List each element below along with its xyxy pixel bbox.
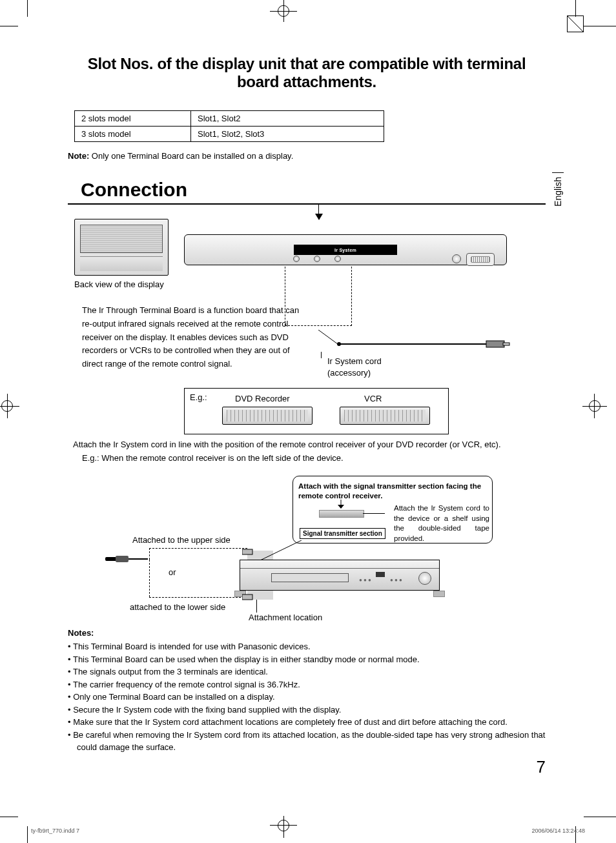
transmitter-small-icon: [242, 593, 255, 602]
vcr-illustration: [340, 407, 430, 425]
list-item: Make sure that the Ir System cord attach…: [68, 716, 546, 729]
arrow-down-icon: [315, 214, 323, 220]
divider: [68, 203, 546, 205]
cell: Slot1, Slot2: [191, 111, 384, 127]
note-line: Note: Only one Terminal Board can be ins…: [68, 151, 546, 161]
svg-rect-9: [242, 594, 252, 600]
section-heading: Connection: [68, 179, 546, 202]
svg-line-7: [259, 540, 302, 561]
list-item: The carrier frequency of the remote cont…: [68, 678, 546, 691]
device-label: DVD Recorder: [235, 394, 290, 403]
page-number: 7: [537, 757, 546, 777]
eg-label: E.g.:: [190, 392, 207, 402]
side-note: Attach the Ir System cord to the device …: [394, 503, 489, 543]
attachment-diagram: Attach with the signal transmitter secti…: [73, 471, 546, 623]
transmitter-small-icon: [242, 547, 255, 561]
callout-box: Attach with the signal transmitter secti…: [293, 476, 493, 543]
screw-icon: [452, 254, 461, 263]
display-back-illustration: [74, 219, 169, 276]
svg-marker-6: [338, 505, 344, 509]
callout-heading: Attach with the signal transmitter secti…: [298, 482, 487, 501]
note-label: Note:: [68, 151, 89, 161]
page-title: Slot Nos. of the display unit that are c…: [68, 55, 546, 91]
footer-left: ty-fb9rt_770.indd 7: [31, 828, 79, 834]
terminal-board-illustration: Ir System: [184, 234, 507, 265]
lower-label: attached to the lower side: [130, 602, 225, 612]
list-item: The signals output from the 3 terminals …: [68, 665, 546, 678]
attachment-location-label: Attachment location: [249, 613, 322, 622]
footer-right: 2006/06/14 13:24:48: [531, 828, 585, 834]
svg-rect-4: [503, 343, 509, 345]
svg-rect-8: [242, 549, 252, 554]
example-box: E.g.: DVD Recorder VCR: [184, 388, 449, 434]
upper-label: Attached to the upper side: [132, 535, 231, 545]
cord-illustration: [318, 330, 512, 349]
stand-icon: [433, 591, 445, 597]
device-front-illustration: ● ● ● ● ● ●: [240, 560, 440, 591]
terminal-jack-icon: [314, 256, 320, 262]
connection-diagram: Back view of the display Ir System Ir Sy…: [74, 215, 546, 434]
signal-transmitter-label: Signal transmitter section: [300, 528, 385, 539]
plug-illustration: [105, 556, 147, 562]
note-text: Only one Terminal Board can be installed…: [89, 151, 293, 161]
cell: 2 slots model: [75, 111, 191, 127]
attach-example: E.g.: When the remote control receiver i…: [82, 453, 546, 463]
ir-system-badge: Ir System: [294, 245, 397, 255]
slots-table: 2 slots model Slot1, Slot2 3 slots model…: [74, 110, 384, 142]
list-item: Be careful when removing the Ir System c…: [68, 729, 546, 754]
list-item: Only one Terminal Board can be installed…: [68, 691, 546, 704]
table-row: 2 slots model Slot1, Slot2: [75, 111, 384, 127]
terminal-jack-icon: [293, 256, 300, 262]
device-label: VCR: [364, 394, 382, 403]
or-label: or: [169, 567, 176, 577]
cell: 3 slots model: [75, 127, 191, 142]
terminal-jack-icon: [334, 256, 341, 262]
display-caption: Back view of the display: [74, 279, 164, 289]
port-icon: [466, 253, 495, 266]
svg-rect-3: [486, 341, 504, 347]
list-item: This Terminal Board can be used when the…: [68, 653, 546, 666]
list-item: Secure the Ir System code with the fixin…: [68, 704, 546, 716]
notes-list: This Terminal Board is intended for use …: [68, 640, 546, 754]
footer: ty-fb9rt_770.indd 7 2006/06/14 13:24:48: [31, 828, 585, 834]
language-tab: English: [552, 172, 564, 210]
table-row: 3 slots model Slot1, Slot2, Slot3: [75, 127, 384, 142]
list-item: This Terminal Board is intended for use …: [68, 640, 546, 653]
svg-line-0: [318, 330, 338, 344]
cord-label: Ir System cord (accessory): [327, 356, 382, 378]
notes-heading: Notes:: [68, 628, 546, 638]
arrow-down-icon: [334, 500, 347, 509]
cell: Slot1, Slot2, Slot3: [191, 127, 384, 142]
description-text: The Ir Through Terminal Board is a funct…: [82, 304, 309, 371]
dvd-recorder-illustration: [222, 407, 313, 425]
attach-instruction: Attach the Ir System cord in line with t…: [73, 440, 546, 449]
